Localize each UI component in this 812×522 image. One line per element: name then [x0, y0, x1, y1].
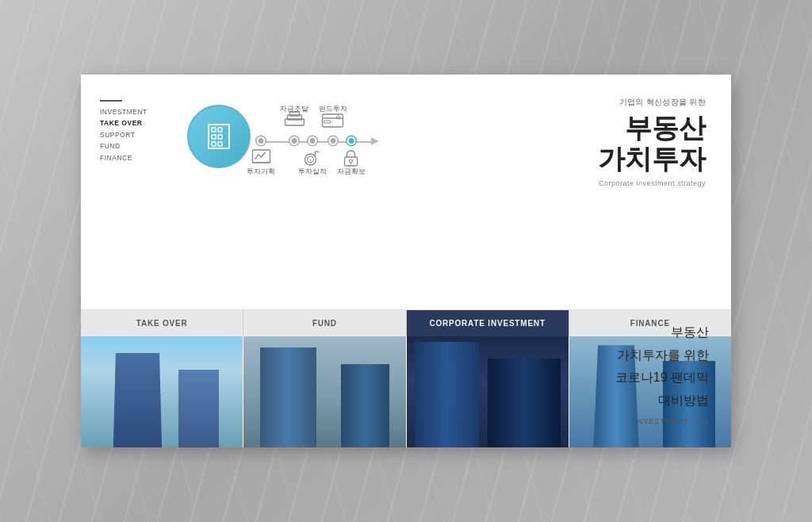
- chart-icon: [251, 148, 271, 169]
- sidebar-item-fund: FUND: [100, 140, 171, 152]
- node-label-4: 투자실적: [298, 167, 327, 177]
- main-title: 부동산 가치투자: [598, 113, 706, 175]
- svg-rect-20: [345, 157, 358, 166]
- svg-rect-2: [218, 128, 222, 132]
- node-dot-4: [308, 136, 317, 145]
- svg-text:$: $: [309, 159, 312, 163]
- svg-rect-12: [324, 121, 331, 123]
- tab-takeover[interactable]: TAKE OVER: [81, 310, 243, 336]
- title-line1: 부동산: [598, 113, 706, 144]
- photo-cell-2: [243, 336, 406, 447]
- timeline-nodes-area: 자금조달 펀드투자: [259, 103, 387, 182]
- investment-page-num: INVESTMENT 02: [615, 417, 709, 425]
- sidebar-item-takeover: TAKE OVER: [100, 117, 171, 129]
- photo-cell-3: [407, 336, 569, 447]
- bottom-line-2: 가치투자를 위한: [615, 344, 709, 367]
- timeline-node-1: 자금조달: [290, 136, 299, 145]
- node-label-2: 펀드투자: [319, 105, 347, 114]
- svg-rect-4: [218, 135, 222, 139]
- svg-rect-3: [212, 135, 216, 139]
- timeline-node-5: 자금확보: [347, 136, 355, 145]
- building-image-3: [407, 336, 569, 447]
- node-dot-3: [257, 136, 266, 145]
- building-image-1: [81, 336, 243, 447]
- circle-building-icon: [187, 105, 251, 168]
- bottom-line-4: 대비방법: [615, 390, 709, 413]
- sidebar-item-finance: FINANCE: [100, 152, 171, 163]
- node-label-1: 자금조달: [280, 105, 308, 114]
- timeline-node-3: 투자기획: [257, 136, 266, 145]
- tab-corporate-investment[interactable]: CORPORATE INVESTMENT: [407, 310, 569, 336]
- photo-cell-1: [81, 336, 243, 447]
- node-dot-5: [347, 136, 355, 145]
- tab-fund[interactable]: FUND: [243, 310, 406, 336]
- bottom-right-text: 부동산 가치투자를 위한 코로나19 팬데믹 대비방법 INVESTMENT 0…: [615, 321, 709, 425]
- title-line2: 가치투자: [598, 144, 706, 175]
- top-section: INVESTMENT TAKE OVER SUPPORT FUND FINANC…: [81, 75, 731, 309]
- bottom-half: TAKE OVER FUND CORPORATE INVESTMENT FINA…: [81, 309, 731, 447]
- timeline-node-4: $ 투자실적: [308, 136, 317, 145]
- node-dot-2: [328, 136, 337, 145]
- sidebar-nav: INVESTMENT TAKE OVER SUPPORT FUND FINANC…: [100, 97, 171, 297]
- svg-rect-6: [218, 142, 222, 146]
- node-label-5: 자금확보: [337, 167, 366, 177]
- investment-label: INVESTMENT: [634, 417, 688, 425]
- corp-strategy-text: Corporate investment strategy: [599, 179, 706, 187]
- presentation-card: INVESTMENT TAKE OVER SUPPORT FUND FINANC…: [81, 75, 731, 447]
- svg-point-21: [350, 159, 353, 163]
- node-label-3: 투자기획: [247, 167, 275, 177]
- node-dot-1: [290, 136, 299, 145]
- subtitle-text: 기업의 혁신성장을 위한: [619, 97, 706, 108]
- building-grid-icon: [204, 121, 234, 152]
- svg-rect-5: [212, 142, 216, 146]
- infographic-area: 자금조달 펀드투자: [171, 97, 553, 297]
- right-title-section: 기업의 혁신성장을 위한 부동산 가치투자 Corporate investme…: [553, 97, 712, 297]
- timeline-arrow: [371, 137, 379, 145]
- timeline-node-2: 펀드투자: [328, 136, 337, 145]
- timeline: 자금조달 펀드투자: [259, 103, 387, 182]
- page-number: 02: [699, 417, 709, 425]
- bottom-line-1: 부동산: [615, 321, 709, 344]
- sidebar-accent-line: [100, 100, 122, 102]
- sidebar-item-investment: INVESTMENT: [100, 106, 171, 117]
- svg-rect-1: [212, 128, 216, 132]
- sidebar-item-support: SUPPORT: [100, 129, 171, 140]
- bottom-line-3: 코로나19 팬데믹: [615, 367, 709, 390]
- building-image-2: [243, 336, 405, 447]
